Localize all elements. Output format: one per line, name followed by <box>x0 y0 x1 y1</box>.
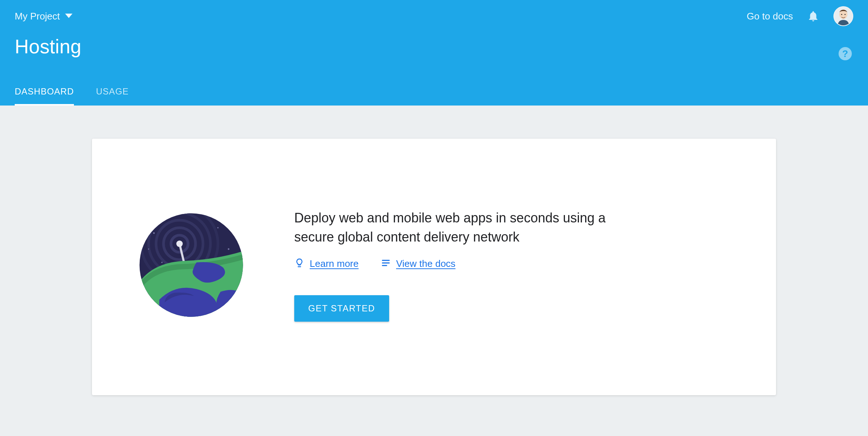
svg-point-13 <box>228 249 229 250</box>
svg-point-14 <box>161 262 163 263</box>
card-headline: Deploy web and mobile web apps in second… <box>294 208 625 247</box>
chevron-down-icon <box>65 14 72 19</box>
get-started-button[interactable]: GET STARTED <box>294 295 389 322</box>
svg-point-3 <box>844 14 846 15</box>
intro-card: Deploy web and mobile web apps in second… <box>92 139 776 395</box>
user-avatar[interactable] <box>833 6 853 26</box>
svg-rect-18 <box>382 260 389 261</box>
svg-point-2 <box>841 14 842 15</box>
bell-icon[interactable] <box>807 10 819 22</box>
svg-rect-19 <box>382 262 389 264</box>
svg-point-11 <box>153 232 154 234</box>
view-docs-label: View the docs <box>396 258 455 269</box>
content-area: Deploy web and mobile web apps in second… <box>0 106 868 428</box>
go-to-docs-link[interactable]: Go to docs <box>747 11 793 22</box>
tab-dashboard[interactable]: DASHBOARD <box>15 86 74 106</box>
svg-point-15 <box>148 249 149 250</box>
view-docs-link[interactable]: View the docs <box>381 258 455 269</box>
learn-more-link[interactable]: Learn more <box>294 258 359 269</box>
topbar: My Project Go to docs <box>15 0 853 32</box>
project-selector[interactable]: My Project <box>15 11 72 22</box>
header: My Project Go to docs <box>0 0 868 106</box>
tabs: DASHBOARD USAGE <box>15 86 129 106</box>
tab-usage[interactable]: USAGE <box>96 86 129 106</box>
page-title: Hosting <box>15 35 853 58</box>
card-body: Deploy web and mobile web apps in second… <box>294 208 732 322</box>
help-icon[interactable]: ? <box>839 47 852 60</box>
lightbulb-icon <box>294 258 305 269</box>
project-name: My Project <box>15 11 60 22</box>
globe-illustration <box>136 212 246 318</box>
svg-point-17 <box>176 240 182 247</box>
svg-rect-20 <box>382 265 387 266</box>
card-links: Learn more View the docs <box>294 258 732 269</box>
list-icon <box>381 258 391 269</box>
svg-point-12 <box>217 227 218 228</box>
topbar-right: Go to docs <box>747 6 853 26</box>
learn-more-label: Learn more <box>310 258 359 269</box>
